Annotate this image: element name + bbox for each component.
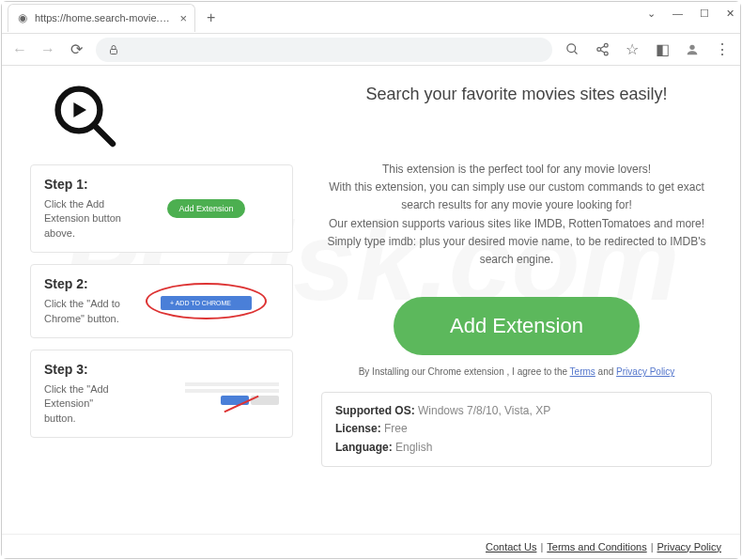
search-icon[interactable]	[564, 41, 580, 58]
step-title: Step 1:	[44, 177, 124, 192]
privacy-link[interactable]: Privacy Policy	[616, 366, 674, 377]
os-label: Supported OS:	[335, 404, 415, 417]
back-icon[interactable]: ←	[11, 41, 28, 58]
forward-icon[interactable]: →	[39, 41, 56, 58]
reload-icon[interactable]: ⟳	[68, 41, 85, 58]
step-desc: Click the "Add Extension" button.	[44, 382, 124, 426]
share-icon[interactable]	[594, 41, 611, 58]
browser-titlebar: ◉ https://home.search-movie.com × + ⌄ ― …	[2, 2, 740, 34]
step-title: Step 3:	[44, 362, 124, 377]
browser-toolbar: ← → ⟳ ☆ ◧ ⋮	[2, 34, 740, 66]
svg-point-8	[689, 44, 694, 49]
language-label: Language:	[335, 441, 393, 454]
site-logo-icon	[49, 80, 124, 155]
svg-line-7	[600, 50, 604, 53]
terms-link[interactable]: Terms	[570, 366, 595, 377]
tab-close-icon[interactable]: ×	[179, 11, 187, 25]
svg-line-11	[94, 125, 113, 144]
step3-mock-dialog	[133, 382, 279, 405]
language-value: English	[395, 441, 432, 454]
agree-text: By Installing our Chrome extension , I a…	[321, 366, 712, 377]
footer-terms-link[interactable]: Terms and Conditions	[547, 541, 646, 552]
footer-contact-link[interactable]: Contact Us	[486, 541, 536, 552]
panel-icon[interactable]: ◧	[654, 41, 671, 58]
add-extension-button[interactable]: Add Extension	[394, 297, 640, 355]
step-3-card: Step 3: Click the "Add Extension" button…	[30, 350, 293, 438]
maximize-icon[interactable]: ☐	[700, 8, 709, 20]
new-tab-button[interactable]: +	[201, 9, 221, 26]
svg-line-6	[600, 46, 604, 49]
page-description: This extension is the perfect tool for a…	[321, 161, 712, 269]
minimize-icon[interactable]: ―	[672, 8, 683, 20]
svg-marker-12	[73, 102, 86, 117]
step-2-card: Step 2: Click the "Add to Chrome" button…	[30, 264, 293, 338]
menu-icon[interactable]: ⋮	[714, 41, 731, 58]
chevron-down-icon[interactable]: ⌄	[647, 8, 656, 20]
step2-mini-button: + ADD TO CHROME	[161, 296, 252, 310]
os-value: Windows 7/8/10, Vista, XP	[418, 404, 550, 417]
svg-point-4	[596, 48, 600, 52]
footer-privacy-link[interactable]: Privacy Policy	[657, 541, 721, 552]
step-1-card: Step 1: Click the Add Extension button a…	[30, 164, 293, 253]
svg-line-2	[574, 51, 577, 54]
browser-tab[interactable]: ◉ https://home.search-movie.com ×	[8, 4, 195, 32]
profile-icon[interactable]	[684, 41, 701, 58]
lock-icon	[105, 41, 122, 58]
bookmark-star-icon[interactable]: ☆	[624, 41, 641, 58]
svg-point-5	[604, 52, 608, 55]
step-title: Step 2:	[44, 276, 124, 291]
step-desc: Click the Add Extension button above.	[44, 197, 124, 241]
address-bar[interactable]	[96, 38, 552, 62]
page-footer: Contact Us| Terms and Conditions| Privac…	[2, 534, 740, 558]
red-highlight-circle: + ADD TO CHROME	[146, 283, 267, 319]
svg-rect-0	[111, 49, 117, 54]
license-value: Free	[384, 422, 408, 435]
tab-favicon-icon: ◉	[16, 11, 29, 24]
info-box: Supported OS: Windows 7/8/10, Vista, XP …	[321, 392, 712, 467]
license-label: License:	[335, 422, 381, 435]
page-headline: Search your favorite movies sites easily…	[321, 85, 712, 104]
close-icon[interactable]: ✕	[726, 8, 734, 20]
svg-point-1	[566, 44, 575, 53]
tab-title: https://home.search-movie.com	[35, 12, 174, 23]
step-desc: Click the "Add to Chrome" button.	[44, 297, 124, 326]
svg-point-3	[604, 43, 608, 47]
step1-mini-button: Add Extension	[167, 199, 244, 218]
